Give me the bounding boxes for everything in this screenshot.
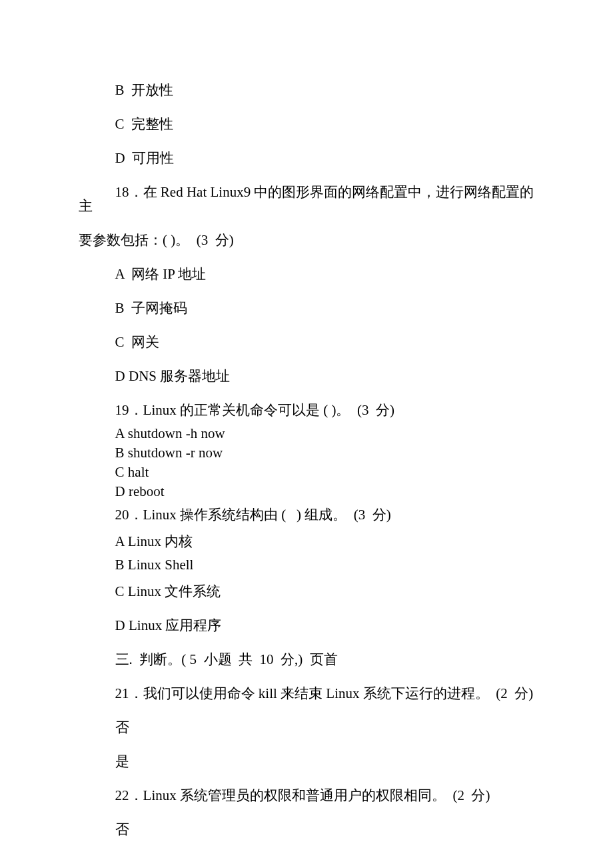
q20-text: 20．Linux 操作系统结构由 ( ) 组成。 (3 分) [79, 508, 534, 522]
q22-answer-no: 否 [79, 823, 534, 837]
q18-text-line1: 18．在 Red Hat Linux9 中的图形界面的网络配置中，进行网络配置的… [79, 185, 534, 213]
q21-answer-no: 否 [79, 721, 534, 735]
q18-option-d: D DNS 服务器地址 [79, 369, 534, 383]
q20-option-b: B Linux Shell [79, 558, 534, 572]
q19-option-b: B shutdown -r now [79, 446, 534, 460]
q19-option-a: A shutdown -h now [79, 427, 534, 441]
q22-text: 22．Linux 系统管理员的权限和普通用户的权限相同。 (2 分) [79, 789, 534, 803]
q17-option-b: B 开放性 [79, 83, 534, 97]
q21-text: 21．我们可以使用命令 kill 来结束 Linux 系统下运行的进程。 (2 … [79, 687, 534, 701]
q19-option-d: D reboot [79, 485, 534, 499]
q17-option-d: D 可用性 [79, 151, 534, 165]
q19-text: 19．Linux 的正常关机命令可以是 ( )。 (3 分) [79, 403, 534, 417]
q18-option-a: A 网络 IP 地址 [79, 267, 534, 281]
q20-option-c: C Linux 文件系统 [79, 585, 534, 599]
q18-option-c: C 网关 [79, 335, 534, 349]
q20-option-a: A Linux 内核 [79, 535, 534, 549]
q21-answer-yes: 是 [79, 755, 534, 769]
q18-text-line2: 要参数包括：( )。 (3 分) [79, 233, 534, 247]
q20-option-d: D Linux 应用程序 [79, 619, 534, 633]
q17-option-c: C 完整性 [79, 117, 534, 131]
q18-option-b: B 子网掩码 [79, 301, 534, 315]
q19-option-c: C halt [79, 465, 534, 479]
section-3-heading: 三. 判断。( 5 小题 共 10 分,) 页首 [79, 653, 534, 667]
document-page: B 开放性 C 完整性 D 可用性 18．在 Red Hat Linux9 中的… [0, 0, 613, 868]
